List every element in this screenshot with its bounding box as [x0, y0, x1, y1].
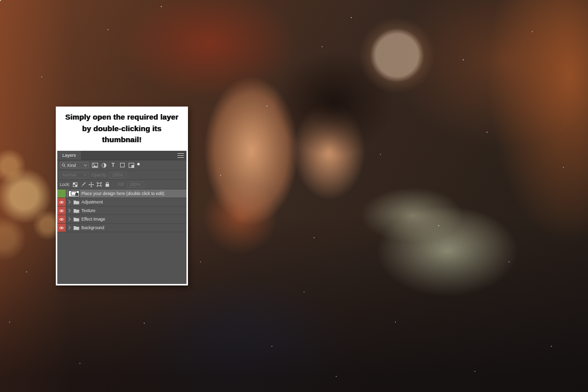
- visibility-cell[interactable]: [57, 207, 66, 215]
- layer-row-adjustment[interactable]: Adjustment: [57, 198, 186, 207]
- shape-layer-filter-icon[interactable]: [119, 162, 125, 168]
- layer-name: Background: [81, 225, 104, 230]
- chevron-down-icon: [83, 174, 86, 176]
- adjustment-layer-filter-icon[interactable]: [101, 162, 107, 168]
- group-collapse-chevron-icon[interactable]: [68, 209, 71, 213]
- lock-label: Lock:: [60, 182, 70, 187]
- layer-name: Texture: [81, 208, 95, 213]
- folder-icon: [73, 226, 79, 230]
- opacity-value: 100%: [112, 172, 123, 177]
- fill-value: 100%: [130, 182, 141, 187]
- opacity-label: Opacity:: [91, 172, 107, 177]
- fill-label: Fill:: [118, 182, 124, 187]
- layer-name: Place your design here (double click to …: [81, 191, 164, 196]
- tab-layers[interactable]: Layers: [57, 151, 81, 160]
- smart-object-filter-icon[interactable]: [128, 162, 134, 168]
- layer-row-design[interactable]: ♪ Place your design here (double click t…: [57, 189, 186, 198]
- group-collapse-chevron-icon[interactable]: [68, 217, 71, 221]
- fill-value-field[interactable]: 100%: [127, 181, 144, 188]
- lock-all-icon[interactable]: [105, 182, 110, 187]
- panel-tab-bar: Layers: [57, 151, 186, 160]
- dust-specks: [0, 0, 1, 1]
- layer-name: Adjustment: [81, 200, 103, 205]
- layer-name: Effect Image: [81, 217, 106, 222]
- blend-opacity-row: Normal Opacity: 100%: [57, 170, 186, 180]
- instruction-text: Simply open the required layer by double…: [56, 107, 188, 151]
- group-collapse-chevron-icon[interactable]: [68, 226, 71, 230]
- layers-panel: Layers Kind: [57, 151, 186, 284]
- smart-object-thumbnail[interactable]: ♪: [68, 190, 79, 197]
- folder-icon: [73, 200, 79, 205]
- layer-row-effect-image[interactable]: Effect Image: [57, 215, 186, 224]
- lock-position-icon[interactable]: [88, 182, 94, 187]
- eye-icon: [59, 218, 64, 221]
- layer-list: ♪ Place your design here (double click t…: [57, 189, 186, 232]
- opacity-value-field[interactable]: 100%: [110, 172, 127, 178]
- tutorial-overlay-card: Simply open the required layer by double…: [56, 107, 188, 285]
- lock-pixels-icon[interactable]: [80, 182, 86, 187]
- screenshot-root: Simply open the required layer by double…: [0, 0, 588, 392]
- visibility-cell[interactable]: [57, 198, 66, 206]
- filter-kind-label: Kind: [67, 163, 82, 168]
- filter-kind-dropdown[interactable]: Kind: [60, 162, 89, 168]
- layer-filter-row: Kind T: [57, 160, 186, 170]
- filter-toggle-dot[interactable]: [137, 163, 140, 165]
- pixel-layer-filter-icon[interactable]: [92, 162, 98, 168]
- group-collapse-chevron-icon[interactable]: [68, 200, 71, 204]
- chevron-down-icon: [84, 164, 87, 166]
- eye-icon: [59, 209, 64, 213]
- layer-row-texture[interactable]: Texture: [57, 207, 186, 215]
- blend-mode-dropdown[interactable]: Normal: [60, 172, 89, 178]
- folder-icon: [73, 217, 79, 222]
- eye-icon: [59, 201, 64, 204]
- lock-artboard-icon[interactable]: [96, 182, 102, 187]
- panel-menu-icon[interactable]: [177, 153, 184, 158]
- visibility-cell-green-label[interactable]: [57, 189, 66, 198]
- layer-row-background[interactable]: Background: [57, 224, 186, 232]
- lock-row: Lock: Fill: 100%: [57, 180, 186, 189]
- visibility-cell[interactable]: [57, 224, 66, 232]
- visibility-cell[interactable]: [57, 215, 66, 223]
- type-layer-filter-icon[interactable]: T: [110, 162, 116, 168]
- lock-transparency-icon[interactable]: [72, 182, 78, 187]
- folder-icon: [73, 209, 79, 213]
- blend-mode-value: Normal: [62, 172, 76, 177]
- eye-icon: [59, 226, 64, 230]
- search-icon: [62, 163, 66, 167]
- panel-empty-area: [57, 232, 186, 284]
- smart-object-badge-icon: ♪: [75, 193, 78, 196]
